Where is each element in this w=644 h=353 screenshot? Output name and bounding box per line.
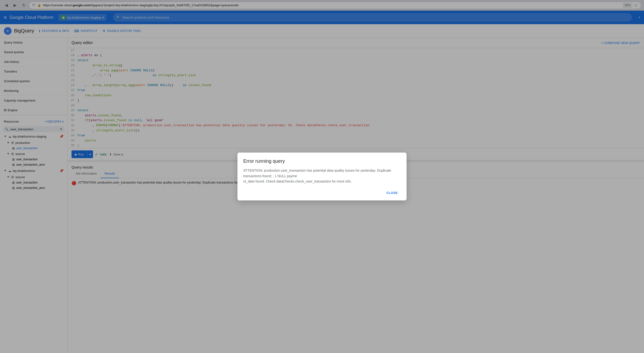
dialog-body: ATTENTION: production.user_transaction h… — [243, 168, 401, 184]
error-dialog: Error running query ATTENTION: productio… — [238, 153, 406, 200]
dialog-overlay[interactable]: Error running query ATTENTION: productio… — [0, 0, 644, 353]
close-dialog-button[interactable]: CLOSE — [384, 189, 401, 197]
dialog-title: Error running query — [243, 158, 401, 164]
dialog-actions: CLOSE — [243, 189, 401, 197]
